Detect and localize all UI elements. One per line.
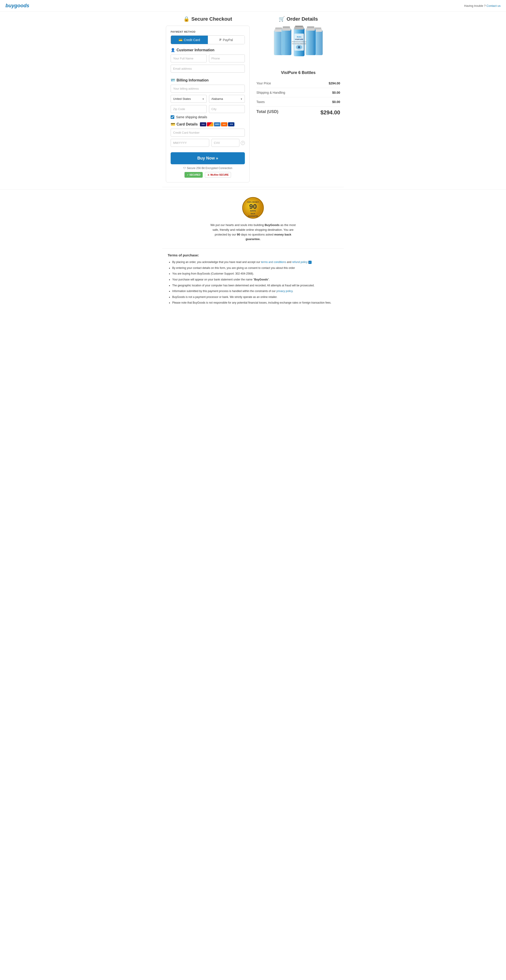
credit-card-tab[interactable]: 💳 Credit Card bbox=[171, 36, 208, 44]
name-phone-row bbox=[171, 54, 245, 62]
contact-link[interactable]: Contact us bbox=[487, 4, 501, 8]
same-shipping-label: Same shipping details bbox=[176, 115, 207, 119]
security-text: 🛡 Secure 256 Bit Encrypted Connection bbox=[171, 167, 245, 170]
money-back-badge-svg: 100% MONEY 90 DAYS BACK GUARANTEE bbox=[242, 197, 264, 219]
order-details-title: 🛒 Order Details bbox=[256, 16, 340, 22]
right-column: 🛒 Order Details bbox=[256, 16, 340, 183]
card-brand-icons: VISA AMEX DISC JCB bbox=[200, 122, 234, 126]
product-title: VisiPure 6 Bottles bbox=[256, 70, 340, 75]
credit-card-icon: 💳 bbox=[178, 38, 183, 42]
terms-list: By placing an order, you acknowledge tha… bbox=[168, 260, 338, 305]
privacy-policy-link[interactable]: privacy policy bbox=[276, 290, 293, 293]
price-row-0: Your Price $294.00 bbox=[256, 79, 340, 88]
expiry-input[interactable] bbox=[171, 139, 209, 147]
svg-text:DAYS: DAYS bbox=[250, 210, 256, 212]
shield-icon: 🛡 bbox=[183, 167, 186, 170]
svg-rect-9 bbox=[306, 29, 316, 55]
money-back-text: We put our hearts and souls into buildin… bbox=[210, 223, 296, 242]
payment-method-label: PAYMENT METHOD bbox=[171, 30, 245, 33]
terms-section: Terms of purchase: By placing an order, … bbox=[162, 249, 344, 313]
logo: buygoods bbox=[5, 3, 29, 9]
cvv-input[interactable] bbox=[212, 139, 240, 147]
price-label-1: Shipping & Handling bbox=[256, 91, 285, 94]
mcafee-badge: ⚔ McAfee SECURE bbox=[205, 172, 231, 178]
refund-policy-link[interactable]: refund policy bbox=[292, 261, 307, 264]
svg-text:DOCTOR RECOMMENDED: DOCTOR RECOMMENDED bbox=[292, 43, 306, 45]
money-back-section: 100% MONEY 90 DAYS BACK GUARANTEE We put… bbox=[0, 189, 506, 248]
same-shipping-checkbox[interactable] bbox=[171, 115, 174, 119]
price-row-total: Total (USD) $294.00 bbox=[256, 107, 340, 118]
terms-item-4: The geographic location of your computer… bbox=[172, 283, 338, 288]
card-icon: 💳 bbox=[171, 122, 175, 126]
customer-info-title: 👤 Customer Information bbox=[171, 48, 245, 52]
visa-icon: VISA bbox=[200, 122, 206, 126]
email-input[interactable] bbox=[171, 65, 245, 73]
state-select[interactable]: Alabama Alaska Arizona California Florid… bbox=[209, 95, 245, 103]
svg-rect-8 bbox=[283, 26, 290, 28]
price-label-0: Your Price bbox=[256, 81, 271, 85]
security-badges: ✓ SECURED ⚔ McAfee SECURE bbox=[171, 172, 245, 178]
price-label-2: Taxes bbox=[256, 100, 265, 104]
terms-checkbox: ✓ bbox=[309, 261, 312, 264]
svg-point-21 bbox=[298, 46, 300, 48]
total-label: Total (USD) bbox=[256, 109, 278, 116]
total-amount: $294.00 bbox=[320, 109, 340, 116]
jcb-icon: JCB bbox=[228, 122, 234, 126]
zip-input[interactable] bbox=[171, 105, 207, 113]
svg-rect-11 bbox=[307, 26, 314, 28]
city-input[interactable] bbox=[209, 105, 245, 113]
svg-text:GUARANTEE: GUARANTEE bbox=[248, 215, 258, 217]
header: buygoods Having trouble ? Contact us bbox=[0, 0, 506, 11]
billing-info-title: 🪪 Billing Information bbox=[171, 78, 245, 83]
zip-city-row bbox=[171, 105, 245, 113]
same-shipping-row: Same shipping details bbox=[171, 115, 245, 119]
price-amount-1: $0.00 bbox=[332, 91, 340, 94]
svg-rect-7 bbox=[282, 28, 291, 31]
main-container: 🔒 Secure Checkout PAYMENT METHOD 💳 Credi… bbox=[162, 11, 344, 187]
cc-number-input[interactable] bbox=[171, 129, 245, 137]
billing-address-input[interactable] bbox=[171, 84, 245, 92]
full-name-input[interactable] bbox=[171, 54, 207, 62]
svg-rect-2 bbox=[315, 27, 321, 29]
paypal-icon: 𝐏 bbox=[220, 38, 221, 42]
secured-badge: ✓ SECURED bbox=[185, 172, 203, 178]
discover-icon: DISC bbox=[221, 122, 228, 126]
terms-item-3: Your purchase will appear on your bank s… bbox=[172, 277, 338, 282]
price-amount-2: $0.00 bbox=[332, 100, 340, 104]
cvv-help-icon[interactable]: ? bbox=[241, 141, 245, 145]
svg-text:90: 90 bbox=[249, 203, 257, 210]
country-wrapper: United States Canada United Kingdom Aust… bbox=[171, 95, 207, 103]
terms-item-6: BuyGoods is not a payment processor or b… bbox=[172, 295, 338, 300]
left-column: 🔒 Secure Checkout PAYMENT METHOD 💳 Credi… bbox=[166, 16, 250, 183]
checkout-title: 🔒 Secure Checkout bbox=[166, 16, 250, 22]
terms-conditions-link[interactable]: terms and conditions bbox=[261, 261, 286, 264]
state-wrapper: Alabama Alaska Arizona California Florid… bbox=[209, 95, 245, 103]
buy-now-button[interactable]: Buy Now » bbox=[171, 152, 245, 164]
payment-tabs: 💳 Credit Card 𝐏 PayPal bbox=[171, 35, 245, 44]
cvv-wrapper: ? bbox=[212, 139, 245, 147]
mcafee-icon: ⚔ bbox=[207, 173, 209, 176]
phone-input[interactable] bbox=[209, 54, 245, 62]
user-icon: 👤 bbox=[171, 48, 175, 52]
terms-item-7: Please note that BuyGoods is not respons… bbox=[172, 301, 338, 305]
svg-text:BACK: BACK bbox=[251, 213, 255, 215]
expiry-cvv-row: ? bbox=[171, 139, 245, 147]
svg-rect-14 bbox=[295, 25, 303, 27]
header-right: Having trouble ? Contact us bbox=[464, 4, 501, 8]
money-back-badge: 100% MONEY 90 DAYS BACK GUARANTEE bbox=[242, 197, 264, 219]
id-icon: 🪪 bbox=[171, 78, 175, 83]
terms-item-0: By placing an order, you acknowledge tha… bbox=[172, 260, 338, 265]
amex-icon: AMEX bbox=[214, 122, 220, 126]
paypal-tab[interactable]: 𝐏 PayPal bbox=[208, 36, 245, 44]
price-amount-0: $294.00 bbox=[329, 81, 340, 85]
checkout-card: PAYMENT METHOD 💳 Credit Card 𝐏 PayPal 👤 … bbox=[166, 25, 250, 183]
svg-rect-6 bbox=[282, 29, 291, 55]
country-state-row: United States Canada United Kingdom Aust… bbox=[171, 95, 245, 103]
price-row-2: Taxes $0.00 bbox=[256, 97, 340, 107]
terms-item-2: You are buying from BuyGoods (Customer S… bbox=[172, 271, 338, 276]
country-select[interactable]: United States Canada United Kingdom Aust… bbox=[171, 95, 207, 103]
product-bottles-svg: iNutra VISIPURE ADVANCED EYE FORMULA DOC… bbox=[269, 25, 328, 67]
divider bbox=[162, 187, 344, 187]
cart-icon: 🛒 bbox=[278, 16, 285, 22]
svg-text:iNutra: iNutra bbox=[297, 36, 301, 38]
